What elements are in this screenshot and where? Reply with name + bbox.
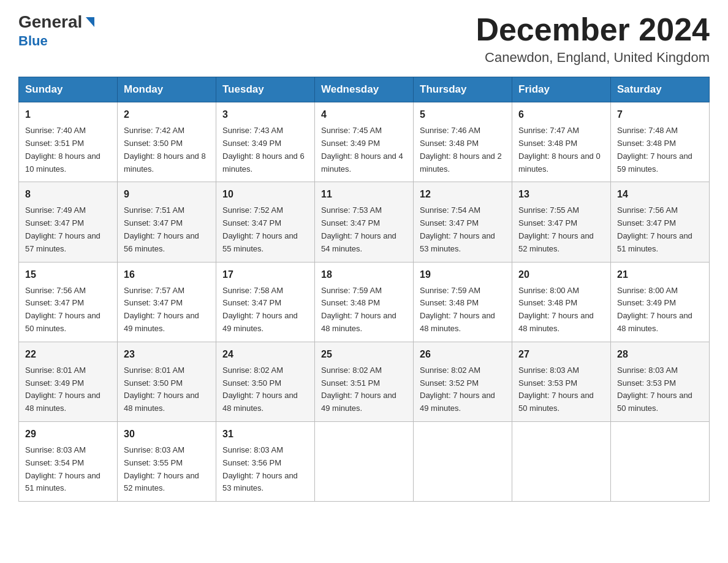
calendar-cell: 23Sunrise: 8:01 AMSunset: 3:50 PMDayligh… (118, 342, 216, 421)
day-info: Sunrise: 7:59 AMSunset: 3:48 PMDaylight:… (321, 285, 407, 335)
day-number: 4 (321, 107, 407, 122)
calendar-cell: 16Sunrise: 7:57 AMSunset: 3:47 PMDayligh… (118, 262, 216, 342)
day-number: 6 (518, 107, 604, 122)
day-info: Sunrise: 7:59 AMSunset: 3:48 PMDaylight:… (420, 285, 506, 335)
day-number: 16 (124, 267, 210, 282)
day-number: 18 (321, 267, 407, 282)
calendar-cell: 21Sunrise: 8:00 AMSunset: 3:49 PMDayligh… (611, 262, 710, 342)
day-number: 26 (420, 347, 506, 362)
calendar-cell: 29Sunrise: 8:03 AMSunset: 3:54 PMDayligh… (19, 421, 118, 501)
day-info: Sunrise: 8:03 AMSunset: 3:53 PMDaylight:… (518, 364, 604, 415)
calendar-week-row: 15Sunrise: 7:56 AMSunset: 3:47 PMDayligh… (19, 262, 710, 342)
calendar-cell: 10Sunrise: 7:52 AMSunset: 3:47 PMDayligh… (216, 182, 315, 262)
calendar-cell: 5Sunrise: 7:46 AMSunset: 3:48 PMDaylight… (414, 102, 512, 182)
logo-general-text: General (18, 12, 82, 32)
day-info: Sunrise: 8:01 AMSunset: 3:49 PMDaylight:… (25, 364, 111, 415)
calendar-week-row: 29Sunrise: 8:03 AMSunset: 3:54 PMDayligh… (19, 421, 710, 501)
calendar-cell: 30Sunrise: 8:03 AMSunset: 3:55 PMDayligh… (118, 421, 216, 501)
calendar-cell: 20Sunrise: 8:00 AMSunset: 3:48 PMDayligh… (512, 262, 611, 342)
day-number: 24 (222, 347, 308, 362)
day-info: Sunrise: 7:40 AMSunset: 3:51 PMDaylight:… (25, 124, 111, 175)
calendar-week-row: 8Sunrise: 7:49 AMSunset: 3:47 PMDaylight… (19, 182, 710, 262)
day-info: Sunrise: 8:01 AMSunset: 3:50 PMDaylight:… (124, 364, 210, 415)
calendar-cell: 8Sunrise: 7:49 AMSunset: 3:47 PMDaylight… (19, 182, 118, 262)
day-info: Sunrise: 8:02 AMSunset: 3:51 PMDaylight:… (321, 364, 407, 415)
calendar-cell: 18Sunrise: 7:59 AMSunset: 3:48 PMDayligh… (315, 262, 414, 342)
day-info: Sunrise: 7:51 AMSunset: 3:47 PMDaylight:… (124, 204, 210, 255)
calendar-cell: 4Sunrise: 7:45 AMSunset: 3:49 PMDaylight… (315, 102, 414, 182)
calendar-cell (315, 421, 414, 501)
day-info: Sunrise: 8:00 AMSunset: 3:49 PMDaylight:… (617, 285, 703, 335)
page-header: General Blue December 2024 Canewdon, Eng… (18, 12, 710, 66)
day-info: Sunrise: 8:03 AMSunset: 3:56 PMDaylight:… (222, 444, 308, 495)
day-info: Sunrise: 8:03 AMSunset: 3:55 PMDaylight:… (124, 444, 210, 495)
day-number: 13 (518, 187, 604, 202)
calendar-cell: 19Sunrise: 7:59 AMSunset: 3:48 PMDayligh… (414, 262, 512, 342)
day-info: Sunrise: 7:56 AMSunset: 3:47 PMDaylight:… (617, 204, 703, 255)
calendar-cell: 7Sunrise: 7:48 AMSunset: 3:48 PMDaylight… (611, 102, 710, 182)
calendar-week-row: 1Sunrise: 7:40 AMSunset: 3:51 PMDaylight… (19, 102, 710, 182)
day-info: Sunrise: 8:03 AMSunset: 3:54 PMDaylight:… (25, 444, 111, 495)
location-title: Canewdon, England, United Kingdom (476, 50, 710, 66)
calendar-cell: 17Sunrise: 7:58 AMSunset: 3:47 PMDayligh… (216, 262, 315, 342)
day-number: 31 (222, 427, 308, 442)
day-info: Sunrise: 7:46 AMSunset: 3:48 PMDaylight:… (420, 124, 506, 175)
day-info: Sunrise: 7:57 AMSunset: 3:47 PMDaylight:… (124, 285, 210, 335)
title-area: December 2024 Canewdon, England, United … (476, 12, 710, 66)
calendar-cell: 24Sunrise: 8:02 AMSunset: 3:50 PMDayligh… (216, 342, 315, 421)
calendar-table: Sunday Monday Tuesday Wednesday Thursday… (18, 77, 710, 502)
svg-marker-0 (86, 17, 94, 27)
day-number: 17 (222, 267, 308, 282)
day-info: Sunrise: 8:02 AMSunset: 3:50 PMDaylight:… (222, 364, 308, 415)
calendar-cell: 1Sunrise: 7:40 AMSunset: 3:51 PMDaylight… (19, 102, 118, 182)
day-number: 25 (321, 347, 407, 362)
day-number: 30 (124, 427, 210, 442)
day-info: Sunrise: 7:47 AMSunset: 3:48 PMDaylight:… (518, 124, 604, 175)
day-number: 29 (25, 427, 111, 442)
calendar-cell: 13Sunrise: 7:55 AMSunset: 3:47 PMDayligh… (512, 182, 611, 262)
day-number: 3 (222, 107, 308, 122)
day-info: Sunrise: 7:56 AMSunset: 3:47 PMDaylight:… (25, 285, 111, 335)
calendar-cell (611, 421, 710, 501)
calendar-cell: 27Sunrise: 8:03 AMSunset: 3:53 PMDayligh… (512, 342, 611, 421)
header-wednesday: Wednesday (315, 77, 414, 102)
day-number: 14 (617, 187, 703, 202)
day-info: Sunrise: 8:02 AMSunset: 3:52 PMDaylight:… (420, 364, 506, 415)
day-info: Sunrise: 7:55 AMSunset: 3:47 PMDaylight:… (518, 204, 604, 255)
day-number: 12 (420, 187, 506, 202)
logo-triangle-icon (83, 16, 97, 29)
day-number: 2 (124, 107, 210, 122)
calendar-cell: 6Sunrise: 7:47 AMSunset: 3:48 PMDaylight… (512, 102, 611, 182)
calendar-cell: 2Sunrise: 7:42 AMSunset: 3:50 PMDaylight… (118, 102, 216, 182)
calendar-cell (512, 421, 611, 501)
header-sunday: Sunday (19, 77, 118, 102)
day-info: Sunrise: 7:58 AMSunset: 3:47 PMDaylight:… (222, 285, 308, 335)
day-info: Sunrise: 8:03 AMSunset: 3:53 PMDaylight:… (617, 364, 703, 415)
day-info: Sunrise: 8:00 AMSunset: 3:48 PMDaylight:… (518, 285, 604, 335)
day-number: 19 (420, 267, 506, 282)
day-number: 27 (518, 347, 604, 362)
day-number: 23 (124, 347, 210, 362)
day-info: Sunrise: 7:52 AMSunset: 3:47 PMDaylight:… (222, 204, 308, 255)
calendar-header-row: Sunday Monday Tuesday Wednesday Thursday… (19, 77, 710, 102)
header-saturday: Saturday (611, 77, 710, 102)
day-info: Sunrise: 7:49 AMSunset: 3:47 PMDaylight:… (25, 204, 111, 255)
day-number: 20 (518, 267, 604, 282)
calendar-cell: 28Sunrise: 8:03 AMSunset: 3:53 PMDayligh… (611, 342, 710, 421)
logo: General Blue (18, 12, 97, 49)
calendar-cell: 3Sunrise: 7:43 AMSunset: 3:49 PMDaylight… (216, 102, 315, 182)
month-title: December 2024 (476, 12, 710, 47)
header-tuesday: Tuesday (216, 77, 315, 102)
day-number: 5 (420, 107, 506, 122)
header-thursday: Thursday (414, 77, 512, 102)
day-number: 28 (617, 347, 703, 362)
calendar-cell: 31Sunrise: 8:03 AMSunset: 3:56 PMDayligh… (216, 421, 315, 501)
day-number: 7 (617, 107, 703, 122)
calendar-cell: 9Sunrise: 7:51 AMSunset: 3:47 PMDaylight… (118, 182, 216, 262)
calendar-cell: 26Sunrise: 8:02 AMSunset: 3:52 PMDayligh… (414, 342, 512, 421)
day-info: Sunrise: 7:42 AMSunset: 3:50 PMDaylight:… (124, 124, 210, 175)
day-number: 11 (321, 187, 407, 202)
day-info: Sunrise: 7:45 AMSunset: 3:49 PMDaylight:… (321, 124, 407, 175)
day-number: 1 (25, 107, 111, 122)
calendar-cell: 22Sunrise: 8:01 AMSunset: 3:49 PMDayligh… (19, 342, 118, 421)
